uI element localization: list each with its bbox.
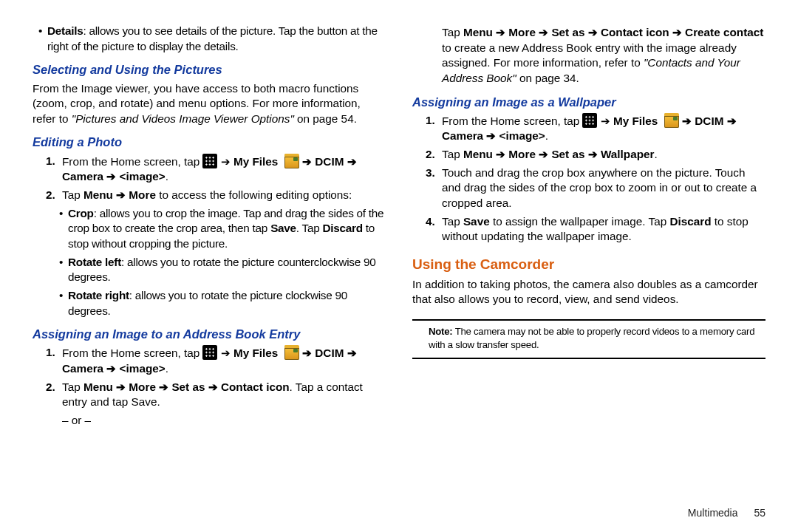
crop-save: Save	[270, 222, 296, 234]
selecting-para: From the Image viewer, you have access t…	[33, 81, 386, 127]
w-step4-save: Save	[463, 215, 490, 228]
bullet-body: Crop: allows you to crop the image. Tap …	[68, 206, 386, 252]
step-body: Tap Menu ➔ More ➔ Set as ➔ Wallpaper.	[442, 147, 765, 163]
step-number: 1.	[46, 154, 62, 185]
step-body: Tap Menu ➔ More to access the following …	[62, 188, 386, 203]
w-step1-a: From the Home screen, tap	[442, 115, 582, 127]
left-column: • Details: allows you to see details of …	[33, 22, 386, 502]
arrow-text: ➔	[221, 347, 233, 359]
note-rule-top	[412, 319, 765, 321]
subhead-selecting: Selecting and Using the Pictures	[33, 61, 386, 78]
subhead-assign-ab: Assigning an Image to an Address Book En…	[33, 326, 386, 342]
bullet-dot: •	[59, 255, 68, 285]
edit-step2-a: Tap	[62, 188, 83, 201]
step-number: 3.	[426, 166, 442, 211]
apps-grid-icon	[582, 113, 597, 128]
details-title: Details	[47, 24, 83, 37]
ab-step2-a: Tap	[62, 381, 83, 393]
folder-icon	[284, 154, 299, 168]
note-label: Note:	[429, 326, 452, 337]
footer-section: Multimedia	[688, 507, 738, 519]
selecting-para-ref: "Pictures and Videos Image Viewer Option…	[72, 112, 294, 125]
camcorder-para: In addition to taking photos, the camera…	[412, 277, 765, 307]
apps-grid-icon	[202, 154, 217, 168]
rotl-title: Rotate left	[68, 256, 121, 268]
top-a: Tap	[442, 26, 463, 38]
step-body: Tap Menu ➔ More ➔ Set as ➔ Contact icon.…	[62, 380, 386, 410]
wall-step-3: 3. Touch and drag the crop box anywhere …	[426, 166, 765, 211]
bullet-details: • Details: allows you to see details of …	[38, 24, 386, 54]
ab-step-1: 1. From the Home screen, tap ➔ My Files …	[46, 345, 386, 376]
step-body: From the Home screen, tap ➔ My Files ➔ D…	[442, 113, 765, 144]
two-columns: • Details: allows you to see details of …	[33, 22, 765, 502]
my-files-label: My Files	[233, 347, 278, 359]
step-number: 2.	[426, 147, 442, 163]
arrow-text: ➔	[601, 115, 613, 127]
manual-page: • Details: allows you to see details of …	[0, 0, 798, 532]
w-step2-b: Menu ➔ More ➔ Set as ➔ Wallpaper	[463, 148, 655, 160]
wall-step-2: 2. Tap Menu ➔ More ➔ Set as ➔ Wallpaper.	[426, 147, 765, 163]
bullet-rotate-right: • Rotate right: allows you to rotate the…	[59, 288, 386, 318]
or-separator: – or –	[62, 413, 386, 429]
bullet-body: Details: allows you to see details of th…	[47, 24, 386, 54]
bullet-body: Rotate right: allows you to rotate the p…	[68, 288, 386, 318]
w-step4-a: Tap	[442, 215, 463, 228]
subhead-wallpaper: Assigning an Image as a Wallpaper	[412, 94, 765, 110]
folder-icon	[664, 113, 679, 128]
edit-step-1: 1. From the Home screen, tap ➔ My Files …	[46, 154, 386, 185]
top-b: Menu ➔ More ➔ Set as ➔ Contact icon ➔ Cr…	[463, 26, 763, 38]
folder-icon	[284, 345, 299, 360]
rotr-title: Rotate right	[68, 289, 129, 301]
edit-step2-c: to access the following editing options:	[156, 188, 352, 201]
bullet-dot: •	[38, 24, 47, 54]
crop-mid: . Tap	[296, 222, 323, 234]
arrow-text: ➔	[221, 155, 233, 168]
section-camcorder: Using the Camcorder	[412, 255, 765, 274]
wall-step-4: 4. Tap Save to assign the wallpaper imag…	[426, 214, 765, 245]
step-number: 2.	[46, 188, 62, 203]
step-body: Touch and drag the crop box anywhere on …	[442, 166, 765, 211]
note-text: The camera may not be able to properly r…	[429, 326, 754, 350]
crop-title: Crop	[68, 207, 94, 219]
selecting-para-b: on page 54.	[294, 112, 357, 125]
edit-step-2: 2. Tap Menu ➔ More to access the followi…	[46, 188, 386, 203]
my-files-label: My Files	[233, 155, 278, 168]
ab-step2-b: Menu ➔ More ➔ Set as ➔ Contact icon	[83, 381, 290, 393]
step-body: From the Home screen, tap ➔ My Files ➔ D…	[62, 345, 386, 376]
step-body: From the Home screen, tap ➔ My Files ➔ D…	[62, 154, 386, 185]
ab-step1-dot: .	[166, 362, 168, 375]
edit-step1-dot: .	[166, 170, 168, 183]
wall-step-1: 1. From the Home screen, tap ➔ My Files …	[426, 113, 765, 144]
footer-page-number: 55	[754, 507, 765, 519]
crop-discard: Discard	[323, 222, 363, 234]
w-step2-dot: .	[655, 148, 658, 160]
bullet-body: Rotate left: allows you to rotate the pi…	[68, 255, 386, 285]
ab-step1-a: From the Home screen, tap	[62, 347, 202, 359]
edit-step1-a: From the Home screen, tap	[62, 155, 202, 168]
edit-step2-b: Menu ➔ More	[83, 188, 156, 201]
step-number: 4.	[426, 214, 442, 245]
step-number: 1.	[426, 113, 442, 144]
note-body: Note: The camera may not be able to prop…	[412, 324, 765, 355]
page-footer: Multimedia 55	[33, 502, 765, 519]
create-contact-para: Tap Menu ➔ More ➔ Set as ➔ Contact icon …	[442, 25, 765, 86]
bullet-rotate-left: • Rotate left: allows you to rotate the …	[59, 255, 386, 285]
w-step2-a: Tap	[442, 148, 463, 160]
subhead-editing: Editing a Photo	[33, 134, 386, 150]
bullet-dot: •	[59, 288, 68, 318]
w-step4-b: to assign the wallpaper image. Tap	[490, 215, 670, 228]
apps-grid-icon	[202, 345, 217, 360]
w-step4-discard: Discard	[669, 215, 711, 228]
top-d: on page 34.	[516, 72, 579, 84]
details-text: : allows you to see details of the pictu…	[47, 24, 378, 52]
right-column: Tap Menu ➔ More ➔ Set as ➔ Contact icon …	[412, 22, 765, 502]
note-rule-bottom	[412, 358, 765, 359]
bullet-dot: •	[59, 206, 68, 252]
step-number: 2.	[46, 380, 62, 410]
bullet-crop: • Crop: allows you to crop the image. Ta…	[59, 206, 386, 252]
step-number: 1.	[46, 345, 62, 376]
w-step1-dot: .	[545, 129, 548, 142]
my-files-label: My Files	[613, 115, 658, 127]
step-body: Tap Save to assign the wallpaper image. …	[442, 214, 765, 245]
ab-step-2: 2. Tap Menu ➔ More ➔ Set as ➔ Contact ic…	[46, 380, 386, 410]
